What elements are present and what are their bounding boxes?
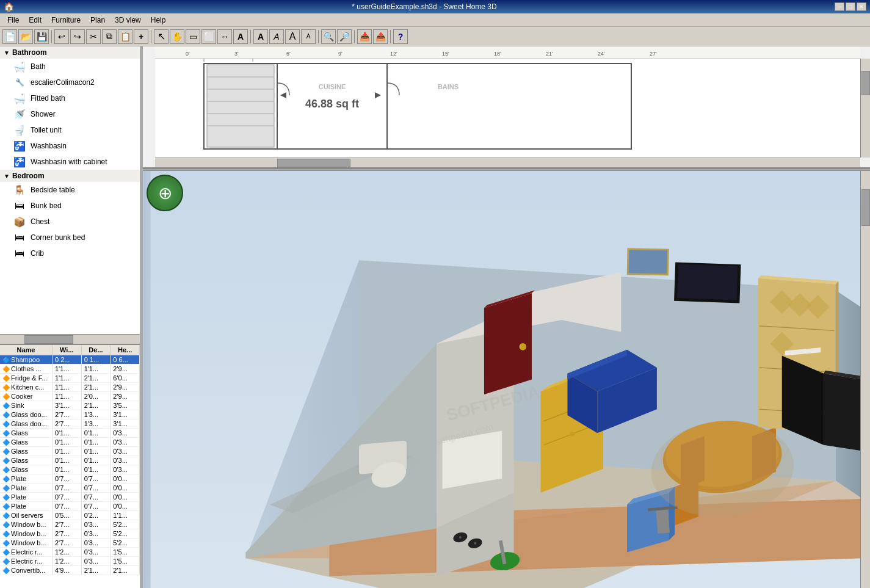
open-button[interactable]: 📂 (18, 29, 33, 44)
table-row[interactable]: 🔶Fridge & F... 1'1... 2'1... 6'0... (0, 374, 140, 383)
new-button[interactable]: 📄 (2, 29, 17, 44)
create-walls-tool[interactable]: ▭ (186, 29, 200, 44)
table-row[interactable]: 🔷Plate 0'7... 0'7... 0'0... (0, 484, 140, 493)
table-cell-height: 3'5... (111, 401, 140, 410)
table-row[interactable]: 🔷Glass 0'1... 0'1... 0'3... (0, 456, 140, 465)
export-button[interactable]: 📤 (373, 29, 388, 44)
table-row[interactable]: 🔷Window b... 2'7... 0'3... 5'2... (0, 539, 140, 548)
table-row[interactable]: 🔷Plate 0'7... 0'7... 0'0... (0, 493, 140, 502)
text-size-smaller[interactable]: A (301, 29, 316, 44)
furniture-item-chest[interactable]: 📦 Chest (0, 214, 140, 230)
save-button[interactable]: 💾 (34, 29, 49, 44)
table-row[interactable]: 🔶Cooker 1'1... 2'0... 2'9... (0, 392, 140, 401)
furniture-item-bath[interactable]: 🛁 Bath (0, 59, 140, 74)
table-row[interactable]: 🔷Oil servers 0'5... 0'2... 1'1... (0, 511, 140, 520)
furniture-escalier-label: escalierColimacon2 (31, 78, 95, 87)
plan-scrollbar-h[interactable] (155, 158, 860, 167)
minimize-button[interactable]: ─ (835, 2, 844, 11)
table-container[interactable]: Name Wi... De... He... 🔷Shampoo 0 2... 0… (0, 345, 140, 588)
furniture-item-toilet[interactable]: 🚽 Toilet unit (0, 122, 140, 138)
table-cell-name: 🔷Window b... (0, 529, 52, 539)
table-row[interactable]: 🔷Convertib... 4'9... 2'1... 2'1... (0, 566, 140, 575)
create-rooms-tool[interactable]: ⬜ (201, 29, 216, 44)
svg-rect-80 (656, 509, 670, 534)
furniture-item-washbasin[interactable]: 🚰 Washbasin (0, 138, 140, 154)
table-cell-width: 2'7... (52, 410, 81, 419)
table-cell-height: 0'3... (111, 465, 140, 474)
table-row[interactable]: 🔷Plate 0'7... 0'7... 0'0... (0, 474, 140, 484)
table-cell-width: 0 2... (52, 355, 81, 365)
row-icon: 🔶 (2, 366, 10, 372)
table-row[interactable]: 🔷Glass 0'1... 0'1... 0'3... (0, 447, 140, 456)
text-style-italic[interactable]: A (269, 29, 284, 44)
table-row[interactable]: 🔷Window b... 2'7... 0'3... 5'2... (0, 529, 140, 539)
table-row[interactable]: 🔷Window b... 2'7... 0'3... 5'2... (0, 520, 140, 529)
table-cell-name: 🔷Electric r... (0, 557, 52, 566)
table-cell-width: 0'7... (52, 484, 81, 493)
create-dimensions-tool[interactable]: ↔ (217, 29, 232, 44)
table-cell-height: 2'9... (111, 383, 140, 392)
table-row[interactable]: 🔷Electric r... 1'2... 0'3... 1'5... (0, 548, 140, 557)
table-row[interactable]: 🔷Glass 0'1... 0'1... 0'3... (0, 465, 140, 474)
table-cell-height: 0'3... (111, 447, 140, 456)
table-row[interactable]: 🔷Electric r... 1'2... 0'3... 1'5... (0, 557, 140, 566)
row-icon: 🔷 (2, 558, 10, 565)
maximize-button[interactable]: □ (846, 2, 855, 11)
menu-help[interactable]: Help (146, 15, 171, 26)
furniture-item-escalier[interactable]: 🔧 escalierColimacon2 (0, 74, 140, 90)
select-tool[interactable]: ↖ (154, 29, 169, 44)
view3d-scrollbar-v[interactable] (860, 171, 870, 588)
table-row[interactable]: 🔶Clothes ... 1'1... 1'1... 2'9... (0, 365, 140, 374)
table-row[interactable]: 🔷Sink 3'1... 2'1... 3'5... (0, 401, 140, 410)
table-row[interactable]: 🔷Glass doo... 2'7... 1'3... 3'1... (0, 419, 140, 429)
text-size-larger[interactable]: A (285, 29, 300, 44)
redo-button[interactable]: ↪ (70, 29, 85, 44)
menu-edit[interactable]: Edit (24, 15, 46, 26)
paste-button[interactable]: 📋 (118, 29, 132, 44)
table-row[interactable]: 🔷Plate 0'7... 0'7... 0'0... (0, 502, 140, 511)
copy-button[interactable]: ⧉ (102, 29, 117, 44)
menu-file[interactable]: File (2, 15, 24, 26)
furniture-item-fitted-bath[interactable]: 🛁 Fitted bath (0, 90, 140, 106)
svg-point-44 (570, 432, 575, 437)
import-button[interactable]: 📥 (357, 29, 372, 44)
table-cell-depth: 0'1... (81, 429, 111, 438)
menu-3dview[interactable]: 3D view (110, 15, 146, 26)
furniture-scrollbar-h[interactable] (0, 334, 140, 344)
cut-button[interactable]: ✂ (86, 29, 101, 44)
svg-text:46.88 sq ft: 46.88 sq ft (305, 98, 359, 110)
furniture-crib-label: Crib (31, 249, 44, 258)
furniture-item-bedside[interactable]: 🪑 Bedside table (0, 182, 140, 198)
furniture-item-bunk[interactable]: 🛏 Bunk bed (0, 198, 140, 214)
furniture-item-crib[interactable]: 🛏 Crib (0, 245, 140, 261)
pan-tool[interactable]: ✋ (170, 29, 184, 44)
table-cell-width: 0'1... (52, 456, 81, 465)
menu-plan[interactable]: Plan (85, 15, 110, 26)
navigation-widget[interactable]: ⊕ (147, 175, 183, 211)
table-row[interactable]: 🔷Glass doo... 2'7... 1'3... 3'1... (0, 410, 140, 419)
furniture-item-shower[interactable]: 🚿 Shower (0, 106, 140, 122)
plan-scrollbar-v[interactable] (860, 59, 870, 158)
zoom-in-button[interactable]: 🔍 (321, 29, 336, 44)
furniture-item-corner-bunk[interactable]: 🛏 Corner bunk bed (0, 230, 140, 245)
create-text-tool[interactable]: A (233, 29, 248, 44)
table-row[interactable]: 🔷Glass 0'1... 0'1... 0'3... (0, 438, 140, 447)
zoom-out-button[interactable]: 🔎 (337, 29, 352, 44)
help-button[interactable]: ? (393, 29, 408, 44)
plan-content[interactable]: CUISINE BAINS 46.88 sq ft (155, 59, 860, 167)
category-bedroom[interactable]: ▼ Bedroom (0, 170, 140, 182)
menu-furniture[interactable]: Furniture (46, 15, 85, 26)
table-cell-height: 0'3... (111, 438, 140, 447)
svg-rect-72 (629, 250, 667, 274)
table-row[interactable]: 🔶Kitchen c... 1'1... 2'1... 2'9... (0, 383, 140, 392)
category-bathroom[interactable]: ▼ Bathroom (0, 46, 140, 59)
close-button[interactable]: ✕ (857, 2, 866, 11)
furniture-item-washbasin-cabinet[interactable]: 🚰 Washbasin with cabinet (0, 154, 140, 170)
svg-text:CUISINE: CUISINE (319, 83, 346, 90)
title-bar-controls: ─ □ ✕ (835, 2, 866, 11)
add-furniture-button[interactable]: + (134, 29, 148, 44)
undo-button[interactable]: ↩ (54, 29, 69, 44)
table-row[interactable]: 🔷Shampoo 0 2... 0 1... 0 6... (0, 355, 140, 365)
text-style-bold[interactable]: A (253, 29, 268, 44)
table-row[interactable]: 🔷Glass 0'1... 0'1... 0'3... (0, 429, 140, 438)
